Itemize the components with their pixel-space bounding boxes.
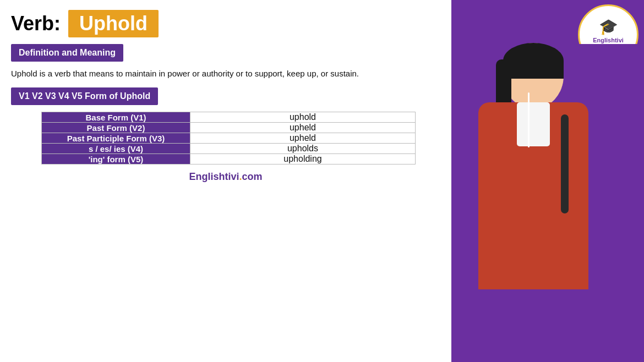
earphone-wire [528, 92, 530, 147]
verb-forms-table: Base Form (V1)upholdPast Form (V2)upheld… [41, 112, 416, 164]
definition-header: Definition and Meaning [11, 44, 123, 62]
person-decoration [451, 43, 621, 362]
person-hair-top [503, 43, 564, 79]
verb-label: Verb: [11, 12, 61, 35]
table-cell-label: 'ing' form (V5) [42, 154, 190, 164]
table-cell-label: Past Participle Form (V3) [42, 133, 190, 144]
title-row: Verb: Uphold [11, 10, 440, 37]
table-cell-label: Base Form (V1) [42, 112, 190, 123]
table-row: Past Form (V2)upheld [42, 123, 416, 133]
table-row: Base Form (V1)uphold [42, 112, 416, 123]
table-cell-label: Past Form (V2) [42, 123, 190, 133]
table-cell-value: upheld [190, 133, 416, 144]
person-area [451, 44, 644, 362]
right-panel: 🎓 Englishtivi .Com [451, 0, 644, 362]
footer-com: com [242, 171, 263, 182]
table-cell-value: upholds [190, 144, 416, 154]
person-collar [517, 102, 550, 146]
left-panel: Verb: Uphold Definition and Meaning Upho… [0, 0, 451, 362]
definition-text: Uphold is a verb that means to maintain … [11, 67, 418, 80]
table-row: 'ing' form (V5)upholding [42, 154, 416, 164]
backpack-strap [561, 114, 569, 213]
table-row: s / es/ ies (V4)upholds [42, 144, 416, 154]
word-highlight: Uphold [68, 10, 159, 37]
footer-brand: Englishtivi.com [11, 171, 440, 183]
table-cell-value: uphold [190, 112, 416, 123]
table-cell-value: upholding [190, 154, 416, 164]
logo-icon: 🎓 [599, 18, 618, 36]
footer-brand-english: Englishtivi [189, 171, 239, 182]
table-row: Past Participle Form (V3)upheld [42, 133, 416, 144]
table-cell-label: s / es/ ies (V4) [42, 144, 190, 154]
forms-header: V1 V2 V3 V4 V5 Form of Uphold [11, 87, 158, 105]
table-cell-value: upheld [190, 123, 416, 133]
